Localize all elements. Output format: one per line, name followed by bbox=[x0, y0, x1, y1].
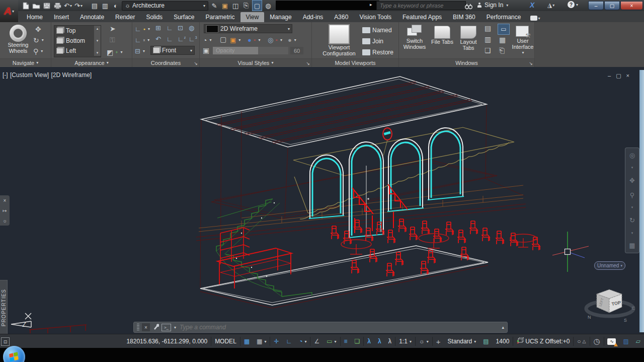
zoom-extents-control[interactable]: ⚲▾ bbox=[33, 46, 43, 56]
3d-object-snap-icon[interactable]: λ bbox=[374, 336, 385, 347]
xray-box-icon[interactable]: ▢ bbox=[220, 35, 226, 43]
new-file-icon[interactable] bbox=[21, 1, 30, 11]
ortho-mode-icon[interactable]: ∟ bbox=[282, 336, 295, 347]
close-button[interactable]: × bbox=[620, 1, 643, 10]
tab-performance[interactable]: Performance bbox=[481, 12, 527, 22]
ucs-world-control[interactable]: ∟●▾ bbox=[135, 24, 150, 34]
opacity-slider[interactable]: Opacity 60 bbox=[213, 47, 303, 54]
drawing-viewport[interactable]: Z TOP LEFT N S E bbox=[0, 67, 644, 334]
command-expand-icon[interactable]: ▴ bbox=[502, 325, 504, 330]
ucs-object-icon[interactable]: ⊡ bbox=[178, 24, 183, 32]
render-icon[interactable]: ◍ bbox=[264, 1, 273, 11]
orbit-control[interactable]: ↻▾ bbox=[33, 35, 44, 45]
lineweight-icon[interactable]: ≡ bbox=[340, 336, 351, 347]
opacity-track[interactable]: Opacity bbox=[213, 47, 288, 54]
polar-chevron-icon[interactable]: ▾ bbox=[304, 339, 306, 344]
help-control[interactable]: ? ▾ bbox=[568, 1, 578, 8]
tab-addins[interactable]: Add-ins bbox=[297, 12, 329, 22]
join-viewports-button[interactable]: Join bbox=[362, 36, 383, 46]
signin-control[interactable]: Sign In ▾ bbox=[477, 2, 508, 9]
restaurant-furniture[interactable] bbox=[331, 219, 540, 276]
time-icon[interactable]: ◷ bbox=[590, 336, 603, 347]
tab-parametric[interactable]: Parametric bbox=[200, 12, 240, 22]
match-properties-icon[interactable]: ✎ bbox=[210, 1, 219, 11]
tab-featured-apps[interactable]: Featured Apps bbox=[397, 12, 447, 22]
polar-tracking-icon[interactable]: ◔▾ bbox=[295, 336, 310, 347]
exchange-apps-icon[interactable]: X bbox=[530, 1, 534, 9]
palette-close-icon[interactable]: × bbox=[4, 198, 7, 203]
plot-preview-icon[interactable]: ◫ bbox=[231, 1, 240, 11]
undo-chevron-icon[interactable]: ▾ bbox=[70, 4, 72, 8]
tab-home[interactable]: Home bbox=[21, 12, 48, 22]
view-ucs-control[interactable]: ⊟▾ bbox=[135, 46, 145, 56]
clean-screen-icon[interactable]: ▱ bbox=[632, 336, 644, 347]
tab-bim360[interactable]: BIM 360 bbox=[447, 12, 481, 22]
tab-render[interactable]: Render bbox=[110, 12, 140, 22]
drawing-area[interactable]: Z TOP LEFT N S E bbox=[0, 67, 644, 334]
windows-start-button[interactable] bbox=[3, 346, 25, 362]
tile-horizontally-icon[interactable]: ▤ bbox=[485, 24, 491, 32]
command-customize-icon[interactable] bbox=[152, 323, 159, 332]
ucs-z-icon[interactable]: ∟z bbox=[178, 35, 186, 43]
panel-footer-windows[interactable]: Windows↘ bbox=[399, 58, 534, 66]
file-tabs-button[interactable]: File Tabs bbox=[429, 25, 455, 45]
drawing-minimize-icon[interactable]: – bbox=[608, 73, 611, 79]
dyninput-chevron-icon[interactable]: ▾ bbox=[335, 339, 337, 344]
door-handle[interactable] bbox=[367, 198, 369, 200]
tab-a360[interactable]: A360 bbox=[329, 12, 354, 22]
ucs-offset-control[interactable]: UCS Z Offset:+0 bbox=[513, 336, 573, 347]
workspace-switcher[interactable]: ☼ Architecture ▾ bbox=[122, 1, 208, 11]
object-isolation-icon[interactable]: ○△ bbox=[574, 336, 589, 347]
selection-cycling-icon[interactable]: λ bbox=[364, 336, 374, 347]
switch-windows-button[interactable]: Switch Windows bbox=[401, 25, 428, 50]
standard-chevron-icon[interactable]: ▾ bbox=[474, 339, 476, 344]
navbar-orbit-chevron-icon[interactable]: ▾ bbox=[631, 231, 633, 235]
viewport-visualstyle-button[interactable]: [2D Wireframe] bbox=[51, 71, 92, 79]
gear-chevron-icon[interactable]: ▾ bbox=[427, 339, 429, 344]
maximize-button[interactable]: ▢ bbox=[604, 1, 620, 10]
annotation-scale-value[interactable]: 1400 bbox=[493, 336, 513, 347]
current-standard-control[interactable]: Standard▾ bbox=[444, 336, 480, 347]
scale-chevron-icon[interactable]: ▾ bbox=[410, 339, 412, 344]
ucs-previous-icon[interactable]: ∟ bbox=[167, 24, 173, 32]
panel-footer-coordinates[interactable]: Coordinates↘ bbox=[132, 58, 199, 66]
panel-footer-appearance[interactable]: Appearance▾ bbox=[51, 58, 132, 66]
ucs-rotate-icon[interactable]: ↶ bbox=[155, 35, 161, 43]
minimize-button[interactable]: – bbox=[588, 1, 604, 10]
tab-vision-tools[interactable]: Vision Tools bbox=[354, 12, 397, 22]
properties-palette-tab[interactable]: PROPERTIES bbox=[0, 280, 8, 335]
tile-vertically-icon[interactable]: ▥ bbox=[485, 35, 491, 43]
coordinates-display[interactable]: 182015.636, -6121.299, 0.000 bbox=[123, 336, 211, 347]
dynamic-input-icon[interactable]: ▭▾ bbox=[323, 336, 340, 347]
snap-mode-icon[interactable]: ✛ bbox=[270, 336, 282, 347]
undo-button[interactable]: ↶▾ bbox=[63, 1, 72, 11]
3d-print-icon[interactable]: ⎘ bbox=[242, 1, 251, 11]
steering-wheels-button[interactable]: Steering Wheels bbox=[4, 25, 32, 54]
plot-icon[interactable] bbox=[53, 1, 62, 11]
ucs-world2-icon[interactable]: ◍ bbox=[189, 24, 194, 32]
graphics-performance-control[interactable]: ∿ bbox=[604, 336, 619, 347]
navbar-pan-icon[interactable]: ✥ bbox=[629, 177, 635, 184]
annotation-layers-icon[interactable]: ▤ bbox=[479, 336, 492, 347]
compass-s-label[interactable]: S bbox=[624, 318, 627, 323]
viewport-view-button[interactable]: [Custom View] bbox=[10, 71, 49, 79]
visual-style-toggle-icon[interactable]: ◐ bbox=[111, 1, 120, 11]
infocenter-expand-icon[interactable]: ▸ bbox=[370, 2, 372, 7]
view-list-scrollbar[interactable]: ▴▾▾ bbox=[94, 26, 101, 56]
grid-display-icon[interactable]: ▦▾ bbox=[253, 336, 270, 347]
command-close-icon[interactable]: × bbox=[142, 323, 150, 331]
viewport-controls-button[interactable]: [-] bbox=[3, 71, 8, 79]
panel-footer-visual-styles[interactable]: Visual Styles▾↘ bbox=[200, 58, 311, 66]
annotation-visibility-icon[interactable]: + bbox=[433, 336, 444, 347]
quick-calc-icon[interactable]: ▦ bbox=[499, 36, 506, 44]
layout-tabs-button[interactable]: Layout Tabs bbox=[455, 25, 481, 51]
tab-solids[interactable]: Solids bbox=[140, 12, 168, 22]
drawing-close-icon[interactable]: × bbox=[626, 73, 629, 79]
grid-chevron-icon[interactable]: ▾ bbox=[264, 339, 266, 344]
transparency-icon[interactable]: ❏ bbox=[351, 336, 363, 347]
ucs-3point-icon[interactable]: ∟ bbox=[167, 35, 173, 43]
ribbon-minimize-control[interactable]: ▾ bbox=[530, 16, 540, 21]
isodraft-icon[interactable]: ∠ bbox=[310, 336, 323, 347]
scroll-down-icon[interactable]: ▾ bbox=[97, 39, 99, 43]
annotation-scale-control[interactable]: 1:1▾ bbox=[395, 336, 415, 347]
